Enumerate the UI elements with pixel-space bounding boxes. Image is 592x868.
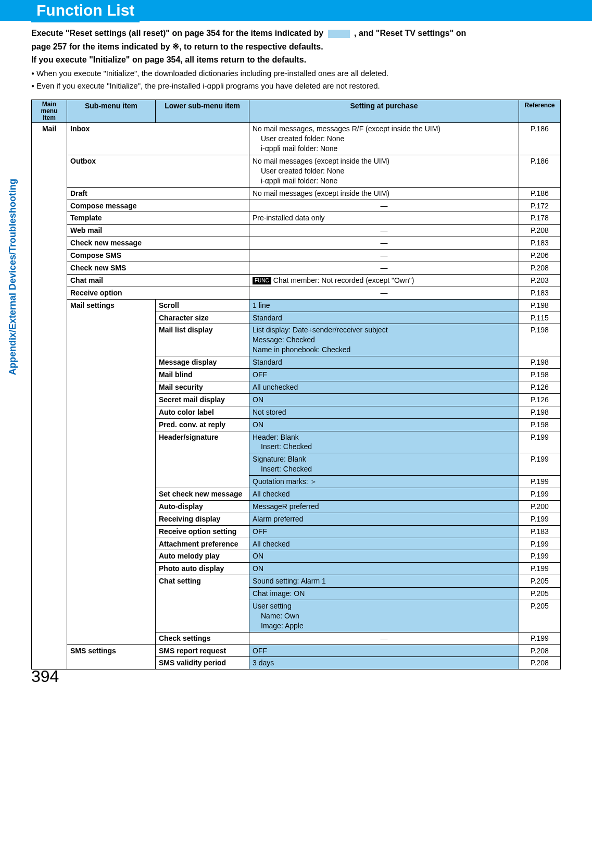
ref-cell: P.186 xyxy=(519,187,561,200)
main-menu-cell: Mail xyxy=(32,123,67,669)
ref-cell: P.199 xyxy=(519,453,561,476)
setting-cell: Standard xyxy=(249,356,519,369)
setting-cell: No mail messages, messages R/F (except i… xyxy=(249,123,519,155)
ref-cell: P.198 xyxy=(519,324,561,356)
lower-cell: Character size xyxy=(156,312,249,324)
lower-cell: Secret mail display xyxy=(156,393,249,406)
setting-cell: — xyxy=(249,250,519,262)
table-row: Compose message — P.172 xyxy=(32,200,561,212)
setting-cell: 1 line xyxy=(249,299,519,312)
intro-line-3: If you execute "Initialize" on page 354,… xyxy=(31,55,306,64)
function-list-table: Main menu item Sub-menu item Lower sub-m… xyxy=(31,100,561,670)
lower-cell: SMS report request xyxy=(156,644,249,657)
sub-cell: SMS settings xyxy=(67,644,156,669)
setting-cell: All unchecked xyxy=(249,381,519,393)
ref-cell: P.183 xyxy=(519,287,561,299)
lower-cell: Mail list display xyxy=(156,324,249,356)
ref-cell: P.208 xyxy=(519,644,561,657)
setting-cell: ON xyxy=(249,418,519,431)
setting-cell: Sound setting: Alarm 1 xyxy=(249,575,519,588)
ref-cell: P.198 xyxy=(519,418,561,431)
lower-cell: Auto melody play xyxy=(156,550,249,563)
setting-cell: — xyxy=(249,225,519,237)
setting-cell: No mail messages (except inside the UIM)… xyxy=(249,155,519,188)
lower-cell: Set check new message xyxy=(156,488,249,500)
sidebar-section-label: Appendix/External Devices/Troubleshootin… xyxy=(7,179,18,375)
ref-cell: P.199 xyxy=(519,431,561,453)
header-lower: Lower sub-menu item xyxy=(156,100,249,123)
setting-cell: — xyxy=(249,632,519,644)
setting-cell: Alarm preferred xyxy=(249,513,519,525)
setting-cell: All checked xyxy=(249,488,519,500)
ref-cell: P.126 xyxy=(519,381,561,393)
lower-cell: Pred. conv. at reply xyxy=(156,418,249,431)
ref-cell: P.205 xyxy=(519,600,561,632)
lower-cell: Receiving display xyxy=(156,513,249,525)
table-row: Compose SMS — P.206 xyxy=(32,250,561,262)
setting-cell: No mail messages (except inside the UIM) xyxy=(249,187,519,200)
lower-cell: Header/signature xyxy=(156,431,249,488)
table-row: SMS settings SMS report request OFF P.20… xyxy=(32,644,561,657)
table-row: Receive option — P.183 xyxy=(32,287,561,299)
intro-line-1a: Execute "Reset settings (all reset)" on … xyxy=(31,29,326,38)
lower-cell: Mail blind xyxy=(156,369,249,381)
intro-line-2: page 257 for the items indicated by ※, t… xyxy=(31,42,323,51)
intro-line-1b: , and "Reset TV settings" on xyxy=(354,29,466,38)
lower-cell: Chat setting xyxy=(156,575,249,632)
page-number: 394 xyxy=(31,667,59,686)
ref-cell: P.115 xyxy=(519,312,561,324)
sub-cell: Inbox xyxy=(67,123,249,155)
setting-cell: Pre-installed data only xyxy=(249,212,519,225)
sub-cell: Compose SMS xyxy=(67,250,249,262)
lower-cell: Scroll xyxy=(156,299,249,312)
ref-cell: P.186 xyxy=(519,123,561,155)
ref-cell: P.199 xyxy=(519,632,561,644)
sub-cell: Draft xyxy=(67,187,249,200)
ref-cell: P.208 xyxy=(519,225,561,237)
ref-cell: P.126 xyxy=(519,393,561,406)
setting-cell: Not stored xyxy=(249,406,519,418)
setting-cell: ON xyxy=(249,563,519,575)
lower-cell: Mail security xyxy=(156,381,249,393)
intro-bullet-1: When you execute "Initialize", the downl… xyxy=(31,68,561,80)
table-row: Chat mail FUNCChat member: Not recorded … xyxy=(32,274,561,287)
ref-cell: P.199 xyxy=(519,563,561,575)
ref-cell: P.178 xyxy=(519,212,561,225)
setting-cell: ON xyxy=(249,550,519,563)
ref-cell: P.206 xyxy=(519,250,561,262)
ref-cell: P.183 xyxy=(519,525,561,538)
lower-cell: Auto color label xyxy=(156,406,249,418)
ref-cell: P.208 xyxy=(519,657,561,669)
sub-cell: Check new message xyxy=(67,237,249,250)
ref-cell: P.199 xyxy=(519,513,561,525)
setting-cell: ON xyxy=(249,393,519,406)
lower-cell: Auto-display xyxy=(156,500,249,513)
intro-bullet-2: Even if you execute "Initialize", the pr… xyxy=(31,80,561,92)
sub-cell: Receive option xyxy=(67,287,249,299)
table-row: Mail settings Scroll 1 line P.198 xyxy=(32,299,561,312)
header-main: Main menu item xyxy=(32,100,67,123)
func-badge-icon: FUNC xyxy=(253,277,271,284)
lower-cell: Message display xyxy=(156,356,249,369)
ref-cell: P.200 xyxy=(519,500,561,513)
ref-cell: P.198 xyxy=(519,356,561,369)
setting-cell: Header: Blank Insert: Checked xyxy=(249,431,519,453)
lower-cell: SMS validity period xyxy=(156,657,249,669)
table-row: Web mail — P.208 xyxy=(32,225,561,237)
setting-cell: Standard xyxy=(249,312,519,324)
ref-cell: P.198 xyxy=(519,299,561,312)
sub-cell: Compose message xyxy=(67,200,249,212)
setting-cell: — xyxy=(249,262,519,275)
sub-cell: Chat mail xyxy=(67,274,249,287)
header-ref: Reference xyxy=(519,100,561,123)
header-sub: Sub-menu item xyxy=(67,100,156,123)
lower-cell: Photo auto display xyxy=(156,563,249,575)
ref-cell: P.199 xyxy=(519,538,561,550)
table-row: Check new message — P.183 xyxy=(32,237,561,250)
ref-cell: P.205 xyxy=(519,575,561,588)
ref-cell: P.186 xyxy=(519,155,561,188)
ref-cell: P.199 xyxy=(519,550,561,563)
page-title: Function List xyxy=(31,0,140,22)
setting-cell: User setting Name: Own Image: Apple xyxy=(249,600,519,632)
ref-cell: P.198 xyxy=(519,369,561,381)
